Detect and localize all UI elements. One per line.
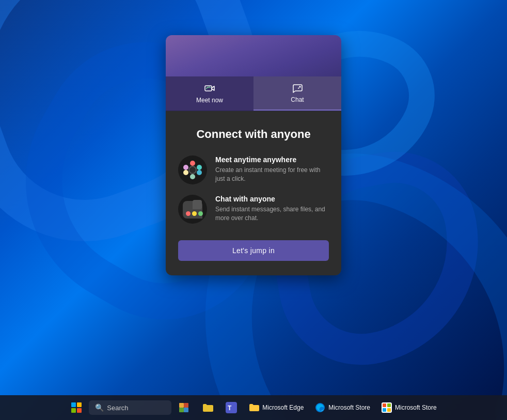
feature-chat-title: Chat with anyone [215,195,329,203]
feature-item-chat: Chat with anyone Send instant messages, … [178,195,329,224]
feature-meet-text: Meet anytime anywhere Create an instant … [215,155,329,183]
teams-popup: Meet now Chat Connect with anyone [166,35,341,275]
feature-list: Meet anytime anywhere Create an instant … [178,155,329,224]
edge-icon [315,402,325,413]
feature-chat-text: Chat with anyone Send instant messages, … [215,195,329,223]
main-title: Connect with anyone [196,128,310,141]
feature-chat-desc: Send instant messages, share files, and … [215,205,329,223]
svg-rect-1 [179,403,184,408]
svg-rect-3 [179,408,184,412]
search-label: Search [107,404,128,412]
meeting-icon-wrap [178,155,207,184]
tab-chat[interactable]: Chat [254,76,341,111]
edge-label: Microsoft Store [328,404,370,411]
chat-bubble-dots-icon [181,198,204,221]
tab-chat-label: Chat [291,96,304,103]
folder-icon [249,402,259,413]
popup-tabs: Meet now Chat [166,76,341,111]
taskbar-edge-button[interactable]: Microsoft Store [310,399,375,416]
video-link-icon [204,83,215,95]
store-icon [382,402,392,413]
tab-meet-now-label: Meet now [196,97,223,104]
tab-meet-now[interactable]: Meet now [166,76,254,111]
svg-rect-10 [387,403,391,407]
lets-jump-in-button[interactable]: Let's jump in [178,240,329,261]
taskbar-items: 🔍 Search [65,396,441,419]
search-icon: 🔍 [95,403,104,412]
popup-body: Connect with anyone [166,111,341,275]
taskbar-fileexplorer-button[interactable]: Microsoft Edge [244,399,309,416]
taskbar-teams-button[interactable]: T [220,396,243,419]
popup-header [166,35,341,76]
windows-start-button[interactable] [65,396,88,419]
teams-icon: T [226,402,237,413]
taskbar: 🔍 Search [0,395,507,420]
taskbar-photos-button[interactable] [172,396,195,419]
folder-small-icon [202,402,213,413]
taskbar-fileexplorer-small-button[interactable] [196,396,219,419]
svg-rect-4 [184,408,188,412]
svg-rect-0 [205,86,212,91]
fileexplorer-label: Microsoft Edge [262,404,304,411]
feature-meet-desc: Create an instant meeting for free with … [215,166,329,183]
feature-meet-title: Meet anytime anywhere [215,155,329,164]
chat-icon-wrap [178,195,207,224]
meeting-dots-icon [181,159,204,181]
svg-rect-12 [387,408,391,412]
svg-rect-11 [383,408,386,412]
windows-logo-icon [71,402,82,413]
feature-item-meet: Meet anytime anywhere Create an instant … [178,155,329,184]
svg-text:T: T [228,405,232,412]
chat-edit-icon [292,83,303,94]
svg-rect-2 [184,403,188,408]
taskbar-search[interactable]: 🔍 Search [89,400,171,415]
svg-rect-9 [383,403,386,407]
taskbar-store-button[interactable]: Microsoft Store [376,399,442,416]
photos-icon [178,402,189,413]
store-label: Microsoft Store [395,404,437,411]
